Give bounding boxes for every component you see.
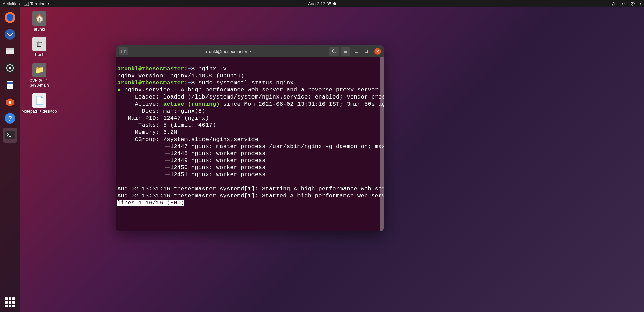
cmd-systemctl-status: sudo systemctl status nginx xyxy=(198,80,294,86)
clock[interactable]: Aug 2 13:35 xyxy=(308,1,336,6)
terminal-window: arunkl@thesecmaster: ~ arunkl@thesecmast… xyxy=(116,45,384,231)
svg-rect-16 xyxy=(7,83,13,84)
dock-software[interactable] xyxy=(3,94,17,109)
search-icon xyxy=(332,49,336,54)
minimize-button[interactable] xyxy=(352,47,360,56)
prompt-user: arunkl@thesecmaster xyxy=(117,66,184,72)
mainpid-line: Main PID: 12447 (nginx) xyxy=(117,115,209,121)
proc-line: ├─12449 nginx: worker process xyxy=(117,157,266,164)
svg-rect-17 xyxy=(7,85,11,85)
folder-icon: 🏠 xyxy=(32,11,46,26)
desktop-icon-label: arunkl xyxy=(34,27,45,32)
desktop-icon-trash[interactable]: 🗑 Trash xyxy=(24,36,54,58)
prompt-path: ~ xyxy=(188,80,191,86)
dock-terminal[interactable] xyxy=(3,128,17,143)
app-menu[interactable]: Terminal ▾ xyxy=(24,1,49,6)
svg-line-26 xyxy=(335,52,336,53)
dock-files[interactable] xyxy=(3,44,17,58)
hamburger-icon xyxy=(343,49,348,54)
record-indicator-icon xyxy=(333,2,336,5)
desktop-icon-cve[interactable]: 📁 CVE-2021-3493-main xyxy=(24,62,54,89)
service-line: nginx.service - A high performance web s… xyxy=(124,87,378,93)
terminal-scrollbar[interactable] xyxy=(380,57,384,231)
desktop-icon-home[interactable]: 🏠 arunkl xyxy=(24,10,54,33)
volume-icon[interactable] xyxy=(621,1,626,6)
prompt-path: ~ xyxy=(188,66,191,72)
proc-line: └─12451 nginx: worker process xyxy=(117,171,266,178)
svg-rect-22 xyxy=(121,50,124,53)
dock-thunderbird[interactable] xyxy=(3,27,17,42)
active-rest: since Mon 2021-08-02 13:31:16 IST; 3min … xyxy=(220,101,384,107)
app-menu-label: Terminal xyxy=(30,1,46,6)
status-dot-icon: ● xyxy=(117,87,121,93)
terminal-title: arunkl@thesecmaster: ~ xyxy=(130,49,327,54)
svg-text:?: ? xyxy=(8,115,12,122)
svg-rect-10 xyxy=(6,48,14,50)
svg-rect-18 xyxy=(9,101,11,104)
dock-firefox[interactable] xyxy=(3,10,17,25)
power-icon[interactable] xyxy=(630,1,635,6)
desktop-icon-label: CVE-2021-3493-main xyxy=(26,78,53,88)
minimize-icon xyxy=(354,49,358,53)
close-button[interactable] xyxy=(374,48,381,55)
text-file-icon: 📄 xyxy=(32,93,46,108)
svg-point-25 xyxy=(332,50,335,52)
desktop-icon-label: Trash xyxy=(34,52,44,57)
cgroup-line: CGroup: /system.slice/nginx.service xyxy=(117,136,259,143)
maximize-icon xyxy=(364,49,368,53)
journal-line: Aug 02 13:31:16 thesecmaster systemd[1]:… xyxy=(117,186,384,192)
desktop-icon-notepad[interactable]: 📄 Notepad++.desktop xyxy=(24,92,54,115)
dock-rhythmbox[interactable] xyxy=(3,61,17,75)
nginx-version-output: nginx version: nginx/1.18.0 (Ubuntu) xyxy=(117,73,244,79)
chevron-down-icon: ▾ xyxy=(48,2,49,5)
proc-line: ├─12447 nginx: master process /usr/sbin/… xyxy=(117,143,384,150)
dock-libreoffice[interactable] xyxy=(3,77,17,92)
docs-line: Docs: man:nginx(8) xyxy=(117,108,205,114)
svg-point-8 xyxy=(5,29,15,40)
search-button[interactable] xyxy=(329,47,339,56)
trash-icon: 🗑 xyxy=(32,37,46,51)
svg-rect-21 xyxy=(5,131,15,139)
new-tab-button[interactable] xyxy=(119,47,128,55)
folder-icon: 📁 xyxy=(32,63,46,77)
gnome-topbar: Activities Terminal ▾ Aug 2 13:35 ▾ xyxy=(0,0,644,7)
hamburger-menu-button[interactable] xyxy=(341,47,350,56)
desktop-icon-label: Notepad++.desktop xyxy=(22,109,57,114)
active-status: active (running) xyxy=(163,101,220,107)
maximize-button[interactable] xyxy=(362,47,370,56)
terminal-icon xyxy=(24,2,29,6)
system-menu-chevron-icon[interactable]: ▾ xyxy=(640,2,641,5)
terminal-body[interactable]: arunkl@thesecmaster:~$ nginx -v nginx ve… xyxy=(116,57,384,231)
close-icon xyxy=(376,50,379,53)
cmd-nginx-v: nginx -v xyxy=(198,66,227,72)
proc-line: ├─12450 nginx: worker process xyxy=(117,164,266,171)
prompt-user: arunkl@thesecmaster xyxy=(117,80,184,86)
dock: ? xyxy=(0,7,20,312)
terminal-titlebar[interactable]: arunkl@thesecmaster: ~ xyxy=(116,45,384,57)
journal-line: Aug 02 13:31:16 thesecmaster systemd[1]:… xyxy=(117,193,384,199)
dock-help[interactable]: ? xyxy=(3,111,17,126)
tasks-line: Tasks: 5 (limit: 4617) xyxy=(117,122,216,128)
desktop-icons: 🏠 arunkl 🗑 Trash 📁 CVE-2021-3493-main 📄 … xyxy=(24,10,54,115)
pager-status: lines 1-16/16 (END) xyxy=(117,200,184,206)
active-label: Active: xyxy=(117,101,163,107)
memory-line: Memory: 6.2M xyxy=(117,129,177,135)
scrollbar-thumb[interactable] xyxy=(380,57,384,231)
svg-point-13 xyxy=(9,67,11,69)
activities-button[interactable]: Activities xyxy=(3,1,20,6)
svg-point-7 xyxy=(7,14,13,21)
loaded-line: Loaded: loaded (/lib/systemd/system/ngin… xyxy=(117,94,384,100)
svg-rect-0 xyxy=(24,2,29,6)
new-tab-icon xyxy=(121,49,126,53)
network-icon[interactable] xyxy=(611,1,616,6)
svg-rect-15 xyxy=(7,82,13,83)
proc-line: ├─12448 nginx: worker process xyxy=(117,150,266,157)
show-applications[interactable] xyxy=(5,297,15,307)
datetime-label: Aug 2 13:35 xyxy=(308,1,331,6)
svg-rect-31 xyxy=(365,50,368,53)
